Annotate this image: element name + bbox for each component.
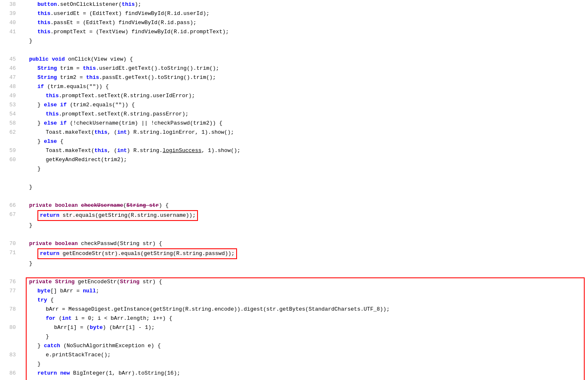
line-content: this.promptText = (TextView) findViewByI… xyxy=(21,27,588,37)
token: else if xyxy=(44,120,67,126)
token: } xyxy=(37,102,44,108)
line-content: this.useridEt = (EditText) findViewById(… xyxy=(21,9,588,18)
token: ) (bArr[i] - 1); xyxy=(103,324,155,331)
line-number: 62 xyxy=(0,128,21,137)
token: else xyxy=(44,138,57,145)
line-content: public void onClick(View view) { xyxy=(21,55,588,64)
token: this xyxy=(46,111,59,117)
code-line: 83e.printStackTrace(); xyxy=(0,351,588,360)
code-line: 46String trim = this.useridEt.getText().… xyxy=(0,64,588,73)
token: String xyxy=(37,74,57,81)
line-content: return getEncodeStr(str).equals(getStrin… xyxy=(21,248,588,259)
line-number: 49 xyxy=(0,91,21,101)
token: return xyxy=(40,212,59,218)
token: catch xyxy=(44,343,60,349)
token: .passEt.getText().toString().trim(); xyxy=(99,74,216,81)
code-line: 45public void onClick(View view) { xyxy=(0,55,588,64)
line-number: 66 xyxy=(0,201,21,210)
token: .useridEt.getText().toString().trim(); xyxy=(96,65,219,71)
token: , ( xyxy=(107,147,117,154)
line-content: private boolean checkPasswd(String str) … xyxy=(21,239,588,248)
token: getEncodeStr(str).equals(getString(R.str… xyxy=(59,250,235,257)
token: (NoSuchAlgorithmException e) { xyxy=(60,343,161,349)
code-line: 41this.promptText = (TextView) findViewB… xyxy=(0,27,588,37)
token: (!checkUsername(trim) || !checkPasswd(tr… xyxy=(67,120,222,126)
line-number: 41 xyxy=(0,27,21,37)
token: return xyxy=(37,370,57,376)
token: } xyxy=(29,38,32,44)
token: .promptText.setText(R.string.passError); xyxy=(59,111,188,117)
token: String xyxy=(37,65,57,71)
token: void xyxy=(52,56,65,62)
token: checkPasswd(String str) { xyxy=(78,240,162,247)
token: String xyxy=(55,279,74,285)
token: bArr = MessageDigest.getInstance(getStri… xyxy=(46,306,390,312)
token: this xyxy=(86,74,99,81)
token: this xyxy=(37,20,50,26)
token: byte xyxy=(90,324,103,331)
token: } xyxy=(37,120,44,126)
token: this xyxy=(37,10,50,17)
line-number: 77 xyxy=(0,287,21,296)
line-content: bArr = MessageDigest.getInstance(getStri… xyxy=(21,305,588,314)
line-number: 80 xyxy=(0,323,21,332)
token: int xyxy=(117,129,127,135)
line-content: button.setOnClickListener(this); xyxy=(21,0,588,9)
code-line: 60getKeyAndRedirect(trim2); xyxy=(0,155,588,164)
line-content: return str.equals(getString(R.string.use… xyxy=(21,210,588,221)
token: .promptText = (TextView) findViewById(R.… xyxy=(50,29,229,35)
line-content: return new BigInteger(1, bArr).toString(… xyxy=(21,369,588,378)
line-number: 48 xyxy=(0,82,21,91)
line-number: 46 xyxy=(0,64,21,73)
token: i = 0; i < bArr.length; i++) { xyxy=(72,315,172,321)
token: .passEt = (EditText) findViewById(R.id.p… xyxy=(50,20,196,26)
token: { xyxy=(47,297,54,303)
token: new xyxy=(60,370,70,376)
token: getEncodeStr( xyxy=(74,279,120,285)
line-content: this.promptText.setText(R.string.passErr… xyxy=(21,110,588,119)
token: this xyxy=(46,93,59,99)
code-line-empty xyxy=(0,46,588,55)
token: onClick(View view) { xyxy=(65,56,133,62)
code-line: 70private boolean checkPasswd(String str… xyxy=(0,239,588,248)
code-line: try { xyxy=(0,296,588,305)
line-content: try { xyxy=(21,296,588,305)
token: String xyxy=(120,279,139,285)
code-line: 86return new BigInteger(1, bArr).toStrin… xyxy=(0,369,588,378)
token: } xyxy=(37,166,41,172)
token: private xyxy=(29,202,52,208)
token: else if xyxy=(44,102,67,108)
code-line: 59Toast.makeText(this, (int) R.string.lo… xyxy=(0,146,588,155)
token: ); xyxy=(135,1,141,7)
token: , ( xyxy=(107,129,117,135)
line-content: } xyxy=(21,332,588,341)
line-number: 47 xyxy=(0,73,21,82)
token: str) { xyxy=(139,279,162,285)
code-line: } xyxy=(0,259,588,268)
code-line: 47String trim2 = this.passEt.getText().t… xyxy=(0,73,588,82)
code-line: 53} else if (trim2.equals("")) { xyxy=(0,101,588,110)
token: } xyxy=(46,333,49,340)
line-content: } xyxy=(21,37,588,46)
code-line: } xyxy=(0,378,588,380)
token: } xyxy=(29,184,32,190)
code-line: 71return getEncodeStr(str).equals(getStr… xyxy=(0,248,588,259)
token: String str xyxy=(126,202,159,208)
token: (trim.equals("")) { xyxy=(44,83,109,90)
line-content: } xyxy=(21,183,588,192)
token: this xyxy=(122,1,135,7)
line-number: 67 xyxy=(0,210,21,219)
line-content: Toast.makeText(this, (int) R.string.logi… xyxy=(21,146,588,155)
line-content: getKeyAndRedirect(trim2); xyxy=(21,155,588,164)
code-line: 66private boolean checkUsername(String s… xyxy=(0,201,588,210)
token: if xyxy=(37,83,44,90)
token: ) { xyxy=(159,202,168,208)
code-line: } catch (NoSuchAlgorithmException e) { xyxy=(0,341,588,351)
token: trim2 = xyxy=(57,74,86,81)
line-content: private String getEncodeStr(String str) … xyxy=(21,277,588,287)
token: null xyxy=(83,288,96,294)
line-content: } xyxy=(21,221,588,230)
line-content: e.printStackTrace(); xyxy=(21,351,588,360)
line-number: 60 xyxy=(0,155,21,164)
token: boolean xyxy=(55,202,78,208)
